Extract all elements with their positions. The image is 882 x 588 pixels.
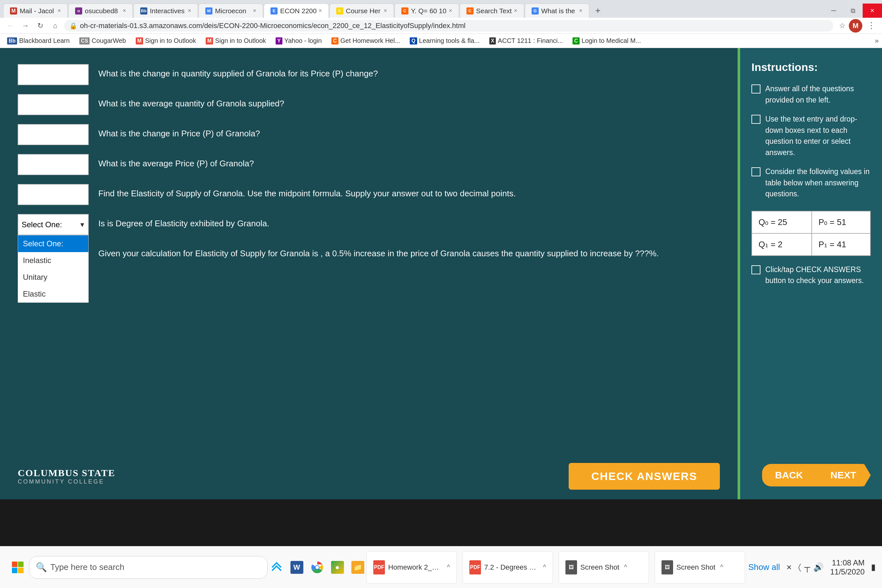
taskbar-arrow-icon[interactable] [268,558,285,576]
taskbar-word-icon[interactable]: W [288,558,306,576]
back-nav-button[interactable]: ← [5,20,16,32]
tab-close-interactive[interactable]: × [188,8,191,14]
back-button[interactable]: BACK [762,464,816,486]
chevron-screenshot2-icon: ^ [720,564,723,571]
answer-select-6[interactable]: Select One: Inelastic Unitary Elastic [18,214,88,235]
show-all-button[interactable]: Show all [748,562,780,572]
forward-nav-button[interactable]: → [20,20,31,32]
bookmark-favicon-acct: X [489,38,496,45]
taskbar-search-bar[interactable]: 🔍 Type here to search [29,556,268,579]
instruction-item-3: Consider the following values in table b… [752,166,871,200]
bookmark-learning[interactable]: Q Learning tools & fla... [406,36,483,46]
svg-point-6 [316,566,319,569]
bookmark-yahoo[interactable]: Y Yahoo - login [272,36,326,46]
check-answers-button[interactable]: CHECK ANSWERS [568,463,720,490]
answer-input-3[interactable] [18,124,88,145]
menu-button[interactable]: ⋮ [866,20,877,32]
checkbox-icon-3 [752,167,760,176]
tab-close-microecon[interactable]: × [253,8,256,14]
restore-button[interactable]: ⧉ [843,3,862,18]
taskbar-close-tray-icon[interactable]: × [786,562,791,573]
address-bar[interactable]: 🔒 oh-cr-materials-01.s3.amazonaws.com/de… [64,20,833,32]
windows-start-button[interactable] [6,556,29,579]
bookmark-blackboard[interactable]: Bb Blackboard Learn [3,36,74,46]
close-button[interactable]: × [862,3,882,18]
question-text-5: Find the Elasticity of Supply of Granola… [98,184,720,200]
tab-favicon-interactive: Bb [140,8,147,15]
bookmark-label-blackboard: Blackboard Learn [19,37,70,45]
bookmark-favicon-medical: C [573,38,580,45]
tab-searchtext[interactable]: C Search Text × [460,3,524,18]
refresh-button[interactable]: ↻ [34,20,46,32]
windows-logo-icon [11,561,24,574]
answer-input-1[interactable] [18,64,88,85]
file-explorer-icon: 📁 [351,561,364,574]
taskbar-maps-icon[interactable]: ● [328,558,346,576]
dropdown-option-unitary[interactable]: Unitary [18,269,88,286]
taskbar-file-homework[interactable]: PDF Homework 2_AK.pdf ^ [366,551,457,584]
taskbar: 🔍 Type here to search W [0,546,882,588]
volume-icon[interactable]: 🔊 [813,562,824,572]
bookmark-favicon-yahoo: Y [276,38,282,45]
tab-close-yq[interactable]: × [449,8,452,14]
bookmark-acct[interactable]: X ACCT 1211 : Financi... [486,36,567,46]
bookmarks-bar: Bb Blackboard Learn CS CougarWeb M Sign … [0,34,882,48]
taskbar-file-degrees[interactable]: PDF 7.2 - Degrees of El....pdf ^ [463,551,553,584]
tab-whatisthe[interactable]: G What is the × [525,3,589,18]
tab-close-osucubed[interactable]: × [123,8,126,14]
tab-courseher[interactable]: C Course Her × [330,3,394,18]
dropdown-option-elastic[interactable]: Elastic [18,286,88,302]
tab-interactive[interactable]: Bb Interactives × [134,3,198,18]
instruction-text-2: Use the text entry and drop-down boxes n… [765,114,871,158]
notification-icon[interactable]: ▮ [871,562,876,572]
bookmark-signin1[interactable]: M Sign in to Outlook [132,36,200,46]
taskbar-quick-launch: W ● 📁 [268,558,366,576]
dropdown-list: Select One: Inelastic Unitary Elastic [18,235,88,303]
bookmarks-more-icon[interactable]: » [875,37,879,45]
taskbar-file-screenshot1[interactable]: 🖼 Screen Shot ^ [559,551,649,584]
tab-osucubed[interactable]: o osucubed8 × [68,3,133,18]
dropdown-option-selectone[interactable]: Select One: [18,236,88,252]
bookmark-homework[interactable]: C Get Homework Hel... [327,36,404,46]
profile-button[interactable]: M [849,19,862,33]
date-text: 11/5/2020 [830,567,865,576]
bookmark-medical[interactable]: C Login to Medical M... [568,36,645,46]
tab-favicon-econ2200: E [270,8,278,15]
cscc-logo: Columbus State Community College [18,467,116,485]
tab-close-econ2200[interactable]: × [318,8,322,14]
taskbar-explorer-icon[interactable]: 📁 [349,558,366,576]
bookmark-signin2[interactable]: M Sign in to Outlook [202,36,270,46]
svg-rect-3 [18,568,24,573]
bookmark-cougarweb[interactable]: CS CougarWeb [75,36,130,46]
logo-main: Columbus State [18,467,116,478]
taskbar-file-screenshot2[interactable]: 🖼 Screen Shot ^ [655,551,745,584]
taskbar-search-icon: 🔍 [36,562,47,573]
network-icon[interactable]: 〈 [798,562,801,572]
svg-rect-1 [18,562,24,567]
tab-label-econ2200: ECON 2200 [280,7,316,15]
answer-input-2[interactable] [18,94,88,115]
tab-favicon-mail: M [10,8,17,15]
tab-close-whatisthe[interactable]: × [579,8,582,14]
tab-close-mail[interactable]: × [57,8,61,14]
tab-econ2200[interactable]: E ECON 2200 × [264,3,329,18]
column-divider [738,48,740,500]
answer-input-5[interactable] [18,184,88,205]
answer-input-4[interactable] [18,154,88,175]
bookmark-star-icon[interactable]: ☆ [839,22,846,30]
minimize-button[interactable]: ─ [824,3,843,18]
new-tab-button[interactable]: + [590,3,606,18]
question-row-3: What is the change in Price (P) of Grano… [18,124,720,145]
wifi-icon[interactable]: ┬ [804,562,810,572]
logo-sub: Community College [18,478,116,485]
tab-label-whatisthe: What is the [541,7,577,15]
tab-microecon[interactable]: M Microecon × [199,3,263,18]
home-button[interactable]: ⌂ [50,20,61,32]
next-button[interactable]: NEXT [816,464,871,486]
tab-close-searchtext[interactable]: × [514,8,518,14]
tab-mail[interactable]: M Mail - Jacol × [3,3,68,18]
taskbar-chrome-icon[interactable] [308,558,326,576]
dropdown-option-inelastic[interactable]: Inelastic [18,252,88,269]
tab-yq[interactable]: C Y. Q= 60 10 × [394,3,459,18]
tab-close-courseher[interactable]: × [384,8,387,14]
